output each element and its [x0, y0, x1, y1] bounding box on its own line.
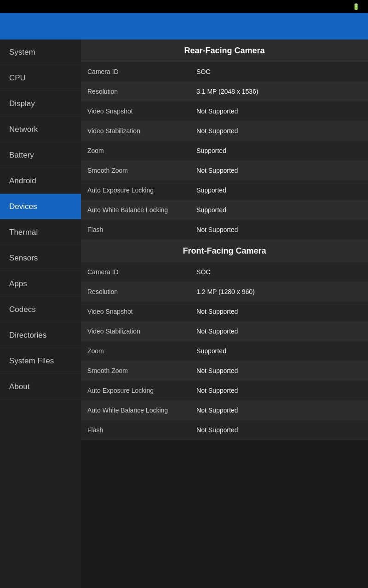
row-value: Supported	[190, 341, 368, 361]
row-label: Flash	[81, 220, 190, 240]
row-value: Not Supported	[190, 401, 368, 420]
sidebar-item-system[interactable]: System	[0, 40, 81, 65]
sidebar-item-display[interactable]: Display	[0, 91, 81, 117]
table-row: FlashNot Supported	[81, 420, 368, 440]
row-label: Video Snapshot	[81, 302, 190, 322]
main-layout: SystemCPUDisplayNetworkBatteryAndroidDev…	[0, 40, 368, 588]
sidebar-item-apps[interactable]: Apps	[0, 271, 81, 297]
section-header-rear-facing-camera: Rear-Facing Camera	[81, 40, 368, 62]
row-label: Auto Exposure Locking	[81, 381, 190, 401]
table-row: Smooth ZoomNot Supported	[81, 161, 368, 181]
row-label: Zoom	[81, 141, 190, 161]
sidebar-item-sensors[interactable]: Sensors	[0, 245, 81, 271]
table-row: Resolution1.2 MP (1280 x 960)	[81, 282, 368, 302]
row-value: Supported	[190, 141, 368, 161]
table-row: Auto White Balance LockingNot Supported	[81, 401, 368, 420]
row-value: Not Supported	[190, 361, 368, 381]
row-value: SOC	[190, 262, 368, 282]
row-label: Auto White Balance Locking	[81, 200, 190, 220]
table-row: FlashNot Supported	[81, 220, 368, 240]
table-row: Video SnapshotNot Supported	[81, 102, 368, 121]
row-value: Not Supported	[190, 161, 368, 181]
sidebar-item-codecs[interactable]: Codecs	[0, 297, 81, 322]
row-label: Camera ID	[81, 262, 190, 282]
battery-icon: 🔋	[352, 3, 360, 10]
row-value: Not Supported	[190, 121, 368, 141]
table-row: Smooth ZoomNot Supported	[81, 361, 368, 381]
row-value: Not Supported	[190, 302, 368, 322]
table-front-facing-camera: Camera IDSOCResolution1.2 MP (1280 x 960…	[81, 262, 368, 440]
sidebar-item-system-files[interactable]: System Files	[0, 348, 81, 374]
row-value: Not Supported	[190, 220, 368, 240]
table-row: Video StabilizationNot Supported	[81, 121, 368, 141]
row-value: 1.2 MP (1280 x 960)	[190, 282, 368, 302]
row-label: Zoom	[81, 341, 190, 361]
table-row: Video SnapshotNot Supported	[81, 302, 368, 322]
row-value: Not Supported	[190, 322, 368, 341]
row-label: Video Stabilization	[81, 121, 190, 141]
sidebar-item-thermal[interactable]: Thermal	[0, 220, 81, 245]
app-bar	[0, 13, 368, 40]
sidebar-item-battery[interactable]: Battery	[0, 142, 81, 168]
row-value: Supported	[190, 200, 368, 220]
row-value: Not Supported	[190, 102, 368, 121]
row-value: SOC	[190, 62, 368, 82]
sidebar: SystemCPUDisplayNetworkBatteryAndroidDev…	[0, 40, 81, 588]
row-label: Smooth Zoom	[81, 361, 190, 381]
section-header-front-facing-camera: Front-Facing Camera	[81, 240, 368, 262]
table-row: Resolution3.1 MP (2048 x 1536)	[81, 82, 368, 102]
table-row: ZoomSupported	[81, 341, 368, 361]
status-bar: 🔋	[0, 0, 368, 13]
table-rear-facing-camera: Camera IDSOCResolution3.1 MP (2048 x 153…	[81, 62, 368, 240]
sidebar-item-directories[interactable]: Directories	[0, 322, 81, 348]
table-row: Auto Exposure LockingSupported	[81, 181, 368, 200]
row-label: Resolution	[81, 282, 190, 302]
table-row: Auto Exposure LockingNot Supported	[81, 381, 368, 401]
row-value: 3.1 MP (2048 x 1536)	[190, 82, 368, 102]
sidebar-item-about[interactable]: About	[0, 374, 81, 400]
row-label: Resolution	[81, 82, 190, 102]
row-label: Video Snapshot	[81, 102, 190, 121]
row-label: Camera ID	[81, 62, 190, 82]
sidebar-item-android[interactable]: Android	[0, 168, 81, 194]
row-value: Supported	[190, 181, 368, 200]
row-label: Smooth Zoom	[81, 161, 190, 181]
row-label: Flash	[81, 420, 190, 440]
table-row: ZoomSupported	[81, 141, 368, 161]
sidebar-item-cpu[interactable]: CPU	[0, 65, 81, 91]
content-area: Rear-Facing CameraCamera IDSOCResolution…	[81, 40, 368, 588]
table-row: Camera IDSOC	[81, 62, 368, 82]
table-row: Camera IDSOC	[81, 262, 368, 282]
row-value: Not Supported	[190, 420, 368, 440]
row-label: Auto Exposure Locking	[81, 181, 190, 200]
sidebar-item-devices[interactable]: Devices	[0, 194, 81, 220]
table-row: Video StabilizationNot Supported	[81, 322, 368, 341]
sidebar-item-network[interactable]: Network	[0, 117, 81, 142]
row-value: Not Supported	[190, 381, 368, 401]
table-row: Auto White Balance LockingSupported	[81, 200, 368, 220]
row-label: Auto White Balance Locking	[81, 401, 190, 420]
row-label: Video Stabilization	[81, 322, 190, 341]
